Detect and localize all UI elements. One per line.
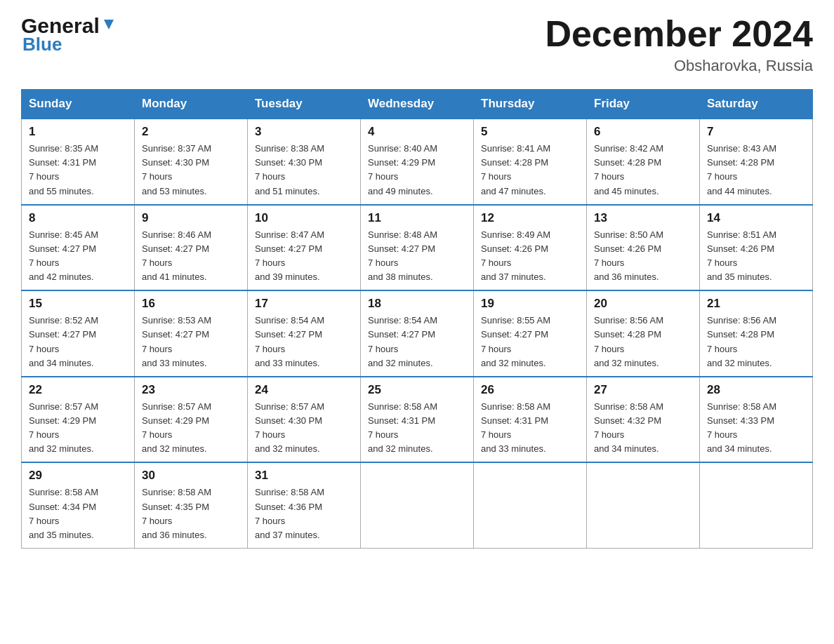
day-number: 14 — [707, 211, 805, 225]
calendar-cell: 3Sunrise: 8:38 AMSunset: 4:30 PM7 hoursa… — [248, 119, 361, 205]
day-number: 1 — [29, 125, 127, 139]
day-number: 25 — [368, 383, 466, 397]
day-number: 9 — [142, 211, 240, 225]
calendar-cell — [700, 462, 813, 548]
day-number: 29 — [29, 469, 127, 483]
day-info: Sunrise: 8:40 AMSunset: 4:29 PM7 hoursan… — [368, 142, 466, 199]
day-info: Sunrise: 8:38 AMSunset: 4:30 PM7 hoursan… — [255, 142, 353, 199]
day-number: 6 — [594, 125, 692, 139]
location: Obsharovka, Russia — [545, 57, 813, 75]
calendar-cell: 15Sunrise: 8:52 AMSunset: 4:27 PM7 hours… — [22, 290, 135, 377]
day-number: 21 — [707, 297, 805, 311]
day-number: 13 — [594, 211, 692, 225]
day-info: Sunrise: 8:54 AMSunset: 4:27 PM7 hoursan… — [368, 314, 466, 370]
day-info: Sunrise: 8:54 AMSunset: 4:27 PM7 hoursan… — [255, 314, 353, 370]
day-number: 27 — [594, 383, 692, 397]
day-info: Sunrise: 8:56 AMSunset: 4:28 PM7 hoursan… — [707, 314, 805, 370]
calendar-cell: 16Sunrise: 8:53 AMSunset: 4:27 PM7 hours… — [135, 290, 248, 377]
calendar-cell: 22Sunrise: 8:57 AMSunset: 4:29 PM7 hours… — [22, 377, 135, 463]
calendar-cell: 7Sunrise: 8:43 AMSunset: 4:28 PM7 hoursa… — [700, 119, 813, 205]
day-number: 11 — [368, 211, 466, 225]
day-number: 31 — [255, 469, 353, 483]
day-info: Sunrise: 8:42 AMSunset: 4:28 PM7 hoursan… — [594, 142, 692, 199]
calendar-cell: 27Sunrise: 8:58 AMSunset: 4:32 PM7 hours… — [587, 377, 700, 463]
calendar-cell: 17Sunrise: 8:54 AMSunset: 4:27 PM7 hours… — [248, 290, 361, 377]
calendar-cell: 11Sunrise: 8:48 AMSunset: 4:27 PM7 hours… — [361, 205, 474, 291]
calendar-cell: 28Sunrise: 8:58 AMSunset: 4:33 PM7 hours… — [700, 377, 813, 463]
calendar-cell: 21Sunrise: 8:56 AMSunset: 4:28 PM7 hours… — [700, 290, 813, 377]
calendar-header-row: SundayMondayTuesdayWednesdayThursdayFrid… — [22, 90, 813, 119]
calendar-week-2: 8Sunrise: 8:45 AMSunset: 4:27 PM7 hoursa… — [22, 205, 813, 291]
day-number: 3 — [255, 125, 353, 139]
calendar-cell: 6Sunrise: 8:42 AMSunset: 4:28 PM7 hoursa… — [587, 119, 700, 205]
day-number: 15 — [29, 297, 127, 311]
day-info: Sunrise: 8:58 AMSunset: 4:35 PM7 hoursan… — [142, 485, 240, 542]
header-tuesday: Tuesday — [248, 90, 361, 119]
header-saturday: Saturday — [700, 90, 813, 119]
calendar-cell: 8Sunrise: 8:45 AMSunset: 4:27 PM7 hoursa… — [22, 205, 135, 291]
day-number: 18 — [368, 297, 466, 311]
calendar-cell: 19Sunrise: 8:55 AMSunset: 4:27 PM7 hours… — [474, 290, 587, 377]
day-number: 20 — [594, 297, 692, 311]
calendar-table: SundayMondayTuesdayWednesdayThursdayFrid… — [21, 89, 813, 549]
day-info: Sunrise: 8:43 AMSunset: 4:28 PM7 hoursan… — [707, 142, 805, 199]
header-thursday: Thursday — [474, 90, 587, 119]
title-section: December 2024 Obsharovka, Russia — [545, 14, 813, 75]
calendar-week-5: 29Sunrise: 8:58 AMSunset: 4:34 PM7 hours… — [22, 462, 813, 548]
day-info: Sunrise: 8:46 AMSunset: 4:27 PM7 hoursan… — [142, 228, 240, 285]
calendar-cell: 2Sunrise: 8:37 AMSunset: 4:30 PM7 hoursa… — [135, 119, 248, 205]
day-info: Sunrise: 8:49 AMSunset: 4:26 PM7 hoursan… — [481, 228, 579, 285]
day-info: Sunrise: 8:57 AMSunset: 4:29 PM7 hoursan… — [29, 400, 127, 457]
day-number: 26 — [481, 383, 579, 397]
calendar-cell: 29Sunrise: 8:58 AMSunset: 4:34 PM7 hours… — [22, 462, 135, 548]
header-sunday: Sunday — [22, 90, 135, 119]
calendar-cell — [587, 462, 700, 548]
day-number: 2 — [142, 125, 240, 139]
logo-blue: Blue — [22, 34, 62, 55]
day-info: Sunrise: 8:37 AMSunset: 4:30 PM7 hoursan… — [142, 142, 240, 199]
calendar-cell: 12Sunrise: 8:49 AMSunset: 4:26 PM7 hours… — [474, 205, 587, 291]
day-info: Sunrise: 8:35 AMSunset: 4:31 PM7 hoursan… — [29, 142, 127, 199]
day-number: 7 — [707, 125, 805, 139]
calendar-week-4: 22Sunrise: 8:57 AMSunset: 4:29 PM7 hours… — [22, 377, 813, 463]
calendar-cell: 31Sunrise: 8:58 AMSunset: 4:36 PM7 hours… — [248, 462, 361, 548]
calendar-cell: 10Sunrise: 8:47 AMSunset: 4:27 PM7 hours… — [248, 205, 361, 291]
calendar-cell: 9Sunrise: 8:46 AMSunset: 4:27 PM7 hoursa… — [135, 205, 248, 291]
day-info: Sunrise: 8:45 AMSunset: 4:27 PM7 hoursan… — [29, 228, 127, 285]
calendar-cell: 24Sunrise: 8:57 AMSunset: 4:30 PM7 hours… — [248, 377, 361, 463]
day-number: 16 — [142, 297, 240, 311]
day-number: 10 — [255, 211, 353, 225]
calendar-cell: 5Sunrise: 8:41 AMSunset: 4:28 PM7 hoursa… — [474, 119, 587, 205]
day-number: 19 — [481, 297, 579, 311]
calendar-cell: 13Sunrise: 8:50 AMSunset: 4:26 PM7 hours… — [587, 205, 700, 291]
logo-triangle-icon — [101, 17, 117, 32]
calendar-week-1: 1Sunrise: 8:35 AMSunset: 4:31 PM7 hoursa… — [22, 119, 813, 205]
calendar-cell: 23Sunrise: 8:57 AMSunset: 4:29 PM7 hours… — [135, 377, 248, 463]
day-number: 22 — [29, 383, 127, 397]
day-info: Sunrise: 8:58 AMSunset: 4:32 PM7 hoursan… — [594, 400, 692, 457]
logo: General Blue — [21, 14, 117, 55]
day-info: Sunrise: 8:41 AMSunset: 4:28 PM7 hoursan… — [481, 142, 579, 199]
day-number: 17 — [255, 297, 353, 311]
day-info: Sunrise: 8:51 AMSunset: 4:26 PM7 hoursan… — [707, 228, 805, 285]
calendar-cell: 30Sunrise: 8:58 AMSunset: 4:35 PM7 hours… — [135, 462, 248, 548]
day-info: Sunrise: 8:57 AMSunset: 4:30 PM7 hoursan… — [255, 400, 353, 457]
calendar-cell: 26Sunrise: 8:58 AMSunset: 4:31 PM7 hours… — [474, 377, 587, 463]
calendar-cell: 4Sunrise: 8:40 AMSunset: 4:29 PM7 hoursa… — [361, 119, 474, 205]
calendar-cell: 1Sunrise: 8:35 AMSunset: 4:31 PM7 hoursa… — [22, 119, 135, 205]
day-info: Sunrise: 8:55 AMSunset: 4:27 PM7 hoursan… — [481, 314, 579, 370]
day-number: 24 — [255, 383, 353, 397]
calendar-cell — [361, 462, 474, 548]
day-info: Sunrise: 8:58 AMSunset: 4:34 PM7 hoursan… — [29, 485, 127, 542]
calendar-cell: 14Sunrise: 8:51 AMSunset: 4:26 PM7 hours… — [700, 205, 813, 291]
day-info: Sunrise: 8:58 AMSunset: 4:31 PM7 hoursan… — [368, 400, 466, 457]
day-info: Sunrise: 8:52 AMSunset: 4:27 PM7 hoursan… — [29, 314, 127, 370]
header-monday: Monday — [135, 90, 248, 119]
calendar-week-3: 15Sunrise: 8:52 AMSunset: 4:27 PM7 hours… — [22, 290, 813, 377]
day-info: Sunrise: 8:53 AMSunset: 4:27 PM7 hoursan… — [142, 314, 240, 370]
header-wednesday: Wednesday — [361, 90, 474, 119]
day-number: 12 — [481, 211, 579, 225]
calendar-cell: 25Sunrise: 8:58 AMSunset: 4:31 PM7 hours… — [361, 377, 474, 463]
day-info: Sunrise: 8:47 AMSunset: 4:27 PM7 hoursan… — [255, 228, 353, 285]
day-number: 5 — [481, 125, 579, 139]
